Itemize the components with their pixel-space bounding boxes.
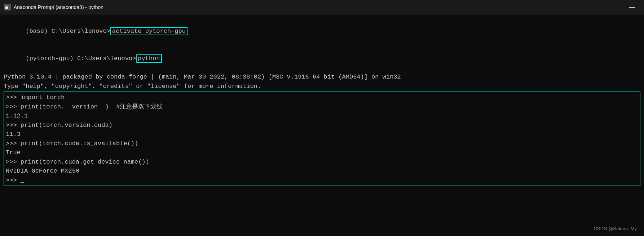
block-line-1: >>> import torch: [6, 93, 638, 102]
window: ■ Anaconda Prompt (anaconda3) - python —…: [0, 0, 644, 236]
python-session-block: >>> import torch >>> print(torch.__versi…: [4, 92, 640, 186]
block-line-6: >>> print(torch.cuda.is_available()): [6, 139, 638, 148]
block-line-2: >>> print(torch.__version__) #注意是双下划线: [6, 102, 638, 112]
block-line-8: >>> print(torch.cuda.get_device_name()): [6, 157, 638, 167]
prompt-prefix-2: (pytorch-gpu) C:\Users\lenovo>: [26, 55, 136, 62]
watermark: CSDN @Sakura_My: [594, 226, 637, 232]
block-line-10: >>> _: [6, 176, 638, 185]
block-line-5: 11.3: [6, 130, 638, 139]
terminal-body[interactable]: (base) C:\Users\lenovo>activate pytorch-…: [0, 14, 644, 236]
activate-cmd: activate pytorch-gpu: [110, 27, 188, 35]
python-version-line: Python 3.10.4 | packaged by conda-forge …: [4, 72, 640, 82]
type-help-line: Type "help", "copyright", "credits" or "…: [4, 82, 640, 91]
terminal-icon: ■: [4, 4, 11, 10]
python-cmd: python: [136, 54, 162, 63]
line-python: (pytorch-gpu) C:\Users\lenovo>python: [4, 45, 640, 73]
window-title: Anaconda Prompt (anaconda3) - python: [14, 4, 103, 10]
title-bar-controls: —: [625, 3, 640, 12]
block-line-3: 1.12.1: [6, 111, 638, 121]
svg-text:■: ■: [5, 5, 8, 10]
block-line-4: >>> print(torch.version.cuda): [6, 121, 638, 130]
block-line-9: NVIDIA GeForce MX250: [6, 166, 638, 176]
line-activate: (base) C:\Users\lenovo>activate pytorch-…: [4, 17, 640, 45]
minimize-button[interactable]: —: [625, 3, 640, 12]
block-line-7: True: [6, 148, 638, 157]
title-bar-left: ■ Anaconda Prompt (anaconda3) - python: [4, 4, 103, 10]
title-bar: ■ Anaconda Prompt (anaconda3) - python —: [0, 0, 644, 14]
prompt-prefix-1: (base) C:\Users\lenovo>: [26, 28, 110, 35]
